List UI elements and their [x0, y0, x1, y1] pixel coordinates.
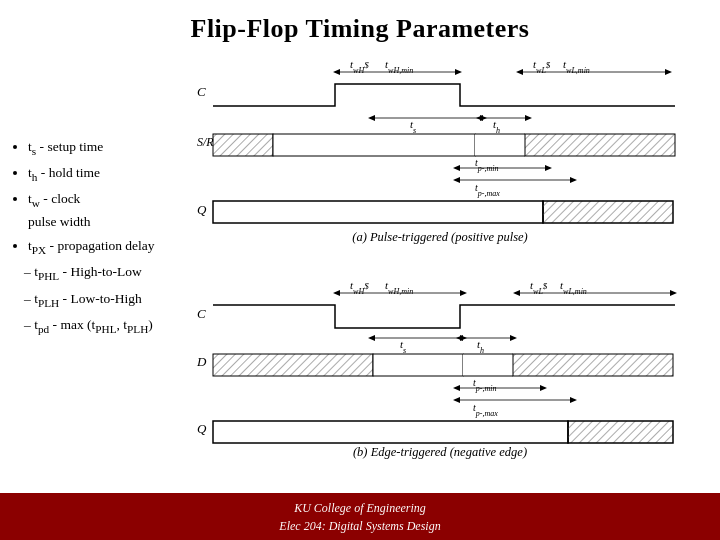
svg-rect-74	[568, 421, 673, 443]
footer-line1: KU College of Engineering	[0, 499, 720, 517]
diagram-b-label: (b) Edge-triggered (negative edge)	[353, 445, 527, 459]
footer-bar: KU College of Engineering Elec 204: Digi…	[0, 493, 720, 540]
svg-text:C: C	[197, 306, 206, 321]
list-item-tplh: tPLH - Low-to-High	[24, 289, 175, 312]
svg-marker-69	[453, 397, 460, 403]
svg-rect-23	[525, 134, 675, 156]
list-item-tpd: tpd - max (tPHL, tPLH)	[24, 315, 175, 338]
svg-rect-60	[463, 354, 513, 376]
svg-text:th: th	[477, 338, 484, 355]
svg-rect-63	[513, 354, 673, 376]
diagram-a-label: (a) Pulse-triggered (positive pulse)	[352, 230, 528, 244]
svg-text:ts: ts	[400, 338, 406, 355]
svg-rect-73	[213, 421, 568, 443]
svg-text:tp-,max: tp-,max	[475, 182, 500, 198]
svg-marker-47	[670, 290, 677, 296]
svg-marker-50	[368, 335, 375, 341]
list-item-th: th - hold time	[28, 163, 175, 186]
svg-marker-65	[453, 385, 460, 391]
svg-rect-22	[475, 134, 525, 156]
svg-marker-9	[665, 69, 672, 75]
svg-rect-20	[213, 134, 273, 156]
svg-text:D: D	[196, 354, 207, 369]
svg-marker-12	[368, 115, 375, 121]
svg-rect-58	[213, 354, 373, 376]
svg-marker-3	[333, 69, 340, 75]
svg-text:S/R: S/R	[197, 135, 214, 149]
list-item-tw: tw - clockpulse width	[28, 189, 175, 233]
page-title: Flip-Flop Timing Parameters	[0, 0, 720, 52]
svg-marker-54	[456, 335, 463, 341]
timing-diagram-a: twH$ twH,min twL$ twL,min C	[175, 56, 705, 251]
svg-marker-27	[453, 165, 460, 171]
svg-marker-31	[453, 177, 460, 183]
svg-marker-41	[333, 290, 340, 296]
svg-text:tp-,min: tp-,min	[473, 377, 496, 393]
svg-rect-59	[373, 354, 463, 376]
footer-line2: Elec 204: Digital Systems Design	[0, 517, 720, 535]
diagrams-panel: twH$ twH,min twL$ twL,min C	[175, 52, 710, 492]
svg-marker-42	[460, 290, 467, 296]
svg-text:tp-,max: tp-,max	[473, 402, 498, 418]
svg-text:C: C	[197, 84, 206, 99]
svg-rect-36	[543, 201, 673, 223]
diagram-a: twH$ twH,min twL$ twL,min C	[175, 56, 710, 270]
svg-marker-16	[476, 115, 483, 121]
list-item-tpx: tPX - propagation delay	[28, 236, 175, 259]
svg-marker-8	[516, 69, 523, 75]
svg-marker-28	[545, 165, 552, 171]
svg-marker-46	[513, 290, 520, 296]
svg-marker-55	[510, 335, 517, 341]
svg-rect-21	[273, 134, 475, 156]
svg-text:ts: ts	[410, 118, 416, 135]
svg-text:th: th	[493, 118, 500, 135]
list-item-ts: ts - setup time	[28, 137, 175, 160]
left-panel: ts - setup time th - hold time tw - cloc…	[10, 52, 175, 492]
svg-marker-17	[525, 115, 532, 121]
diagram-b: twH$ twH,min twL$ twL,min C ts	[175, 278, 710, 492]
svg-rect-35	[213, 201, 543, 223]
svg-marker-4	[455, 69, 462, 75]
svg-text:Q: Q	[197, 421, 207, 436]
svg-text:Q: Q	[197, 202, 207, 217]
list-item-tphl: tPHL - High-to-Low	[24, 262, 175, 285]
svg-marker-70	[570, 397, 577, 403]
timing-diagram-b: twH$ twH,min twL$ twL,min C ts	[175, 278, 705, 468]
svg-marker-66	[540, 385, 547, 391]
svg-marker-32	[570, 177, 577, 183]
svg-text:tp-,min: tp-,min	[475, 157, 498, 173]
